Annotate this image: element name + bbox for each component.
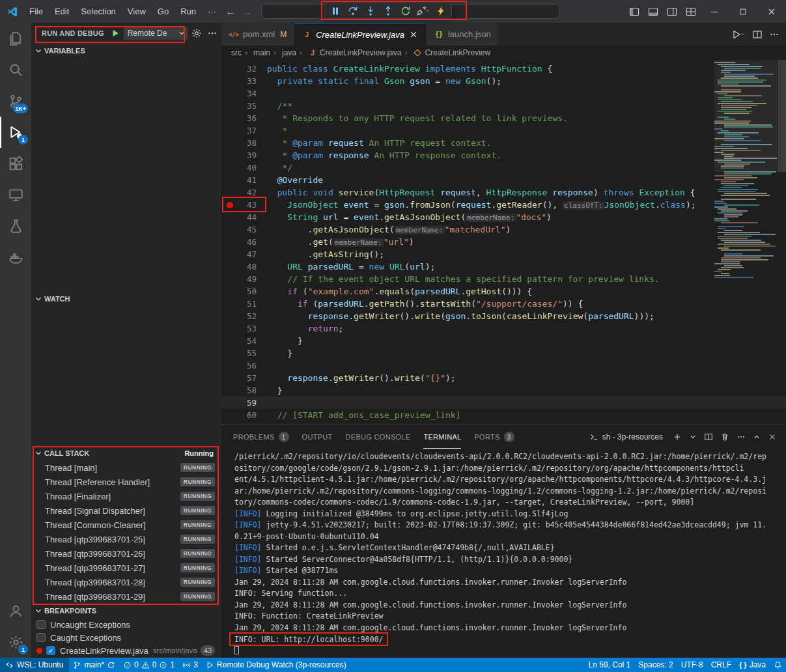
- gutter[interactable]: [221, 310, 240, 322]
- activity-run-and-debug[interactable]: 1: [0, 117, 31, 148]
- hot-code-replace-button[interactable]: [432, 4, 449, 18]
- activity-source-control[interactable]: 1K+: [0, 85, 31, 117]
- gutter[interactable]: [221, 100, 240, 112]
- debug-settings-button[interactable]: [189, 26, 204, 40]
- code-line-54[interactable]: 54 }: [221, 335, 786, 347]
- code-line-49[interactable]: 49 // If the event object URL matches a …: [221, 273, 786, 285]
- call-stack-thread[interactable]: Thread [qtp399683701-28]RUNNING: [31, 575, 221, 589]
- activity-explorer[interactable]: [0, 23, 31, 54]
- split-editor-button[interactable]: [752, 29, 763, 40]
- breakpoint-checkbox[interactable]: [36, 620, 46, 629]
- watch-section-header[interactable]: WATCH: [31, 292, 221, 306]
- panel-more-actions-button[interactable]: [737, 432, 746, 441]
- gutter[interactable]: [221, 63, 240, 75]
- panel-tab-problems[interactable]: PROBLEMS1: [233, 426, 289, 449]
- call-stack-thread[interactable]: Thread [Reference Handler]RUNNING: [31, 475, 221, 489]
- code-line-48[interactable]: 48 URL parsedURL = new URL(url);: [221, 260, 786, 273]
- breakpoint-item[interactable]: Uncaught Exceptions: [31, 618, 221, 631]
- branch-status[interactable]: main*: [69, 658, 119, 672]
- panel-tab-output[interactable]: OUTPUT: [302, 426, 333, 449]
- split-terminal-button[interactable]: [704, 432, 713, 441]
- ports-status[interactable]: 3: [178, 658, 202, 672]
- start-debugging-button[interactable]: [111, 29, 120, 38]
- code-line-40[interactable]: 40 */: [221, 161, 786, 174]
- close-tab-icon[interactable]: [408, 29, 419, 40]
- activity-search[interactable]: [0, 54, 31, 85]
- code-line-38[interactable]: 38 * @param request An HTTP request cont…: [221, 137, 786, 149]
- call-stack-thread[interactable]: Thread [Finalizer]RUNNING: [31, 489, 221, 503]
- code-line-59[interactable]: 59: [221, 397, 786, 409]
- step-out-button[interactable]: [379, 4, 397, 18]
- variables-section-header[interactable]: VARIABLES: [31, 44, 221, 58]
- minimap-slider[interactable]: [714, 60, 777, 172]
- terminal-prompt-line[interactable]: [234, 645, 786, 657]
- code-line-52[interactable]: 52 response.getWriter().write(gson.toJso…: [221, 310, 786, 322]
- menu-view[interactable]: View: [122, 3, 152, 20]
- call-stack-thread[interactable]: Thread [qtp399683701-27]RUNNING: [31, 561, 221, 575]
- code-line-50[interactable]: 50 if ("example.com".equals(parsedURL.ge…: [221, 285, 786, 298]
- breakpoint-item[interactable]: Caught Exceptions: [31, 631, 221, 644]
- step-into-button[interactable]: [361, 4, 379, 18]
- kill-terminal-button[interactable]: [720, 432, 729, 441]
- gutter[interactable]: [221, 409, 240, 421]
- call-stack-section-header[interactable]: CALL STACK Running: [31, 446, 221, 460]
- menu-run[interactable]: Run: [175, 3, 202, 20]
- menu-selection[interactable]: Selection: [75, 3, 121, 20]
- run-java-button[interactable]: [731, 29, 746, 40]
- customize-layout-button[interactable]: [681, 0, 700, 23]
- toggle-panel-button[interactable]: [643, 0, 662, 23]
- panel-tab-debug-console[interactable]: DEBUG CONSOLE: [346, 426, 411, 449]
- breadcrumb-item[interactable]: src: [231, 48, 242, 57]
- cursor-position[interactable]: Ln 59, Col 1: [585, 658, 635, 672]
- code-line-32[interactable]: 32public class CreateLinkPreview impleme…: [221, 63, 786, 75]
- code-line-47[interactable]: 47 .getAsString();: [221, 248, 786, 260]
- views-more-actions-button[interactable]: [205, 26, 219, 40]
- close-panel-button[interactable]: [768, 432, 777, 441]
- gutter[interactable]: [221, 137, 240, 149]
- new-terminal-button[interactable]: [673, 432, 682, 441]
- code-line-51[interactable]: 51 if (parsedURL.getPath().startsWith("/…: [221, 298, 786, 310]
- close-window-button[interactable]: [757, 0, 786, 23]
- activity-testing[interactable]: [0, 210, 31, 242]
- code-line-33[interactable]: 33 private static final Gson gson = new …: [221, 75, 786, 87]
- code-line-35[interactable]: 35 /**: [221, 100, 786, 112]
- debug-session-status[interactable]: Remote Debug Watch (3p-resources): [202, 658, 350, 672]
- encoding-status[interactable]: UTF-8: [677, 658, 707, 672]
- gutter[interactable]: [221, 124, 240, 137]
- breadcrumb-item[interactable]: java: [270, 48, 296, 57]
- gutter[interactable]: [221, 397, 240, 409]
- code-line-53[interactable]: 53 return;: [221, 322, 786, 335]
- tab-pom.xml[interactable]: </>pom.xmlM: [221, 23, 294, 46]
- breakpoint-item[interactable]: ✓CreateLinkPreview.javasrc/main/java43: [31, 644, 221, 657]
- gutter[interactable]: [221, 236, 240, 248]
- gutter[interactable]: [221, 223, 240, 236]
- editor-scrollbar[interactable]: [778, 60, 786, 172]
- terminal-output[interactable]: /pierrick/.m2/repository/io/cloudevents/…: [221, 449, 786, 658]
- menu-more[interactable]: ···: [202, 3, 222, 20]
- call-stack-thread[interactable]: Thread [main]RUNNING: [31, 460, 221, 475]
- gutter[interactable]: [221, 335, 240, 347]
- debug-config-select[interactable]: Remote De: [123, 27, 188, 40]
- problems-status[interactable]: 0 0 1: [119, 658, 178, 672]
- gutter[interactable]: [221, 199, 240, 211]
- call-stack-thread[interactable]: Thread [qtp399683701-25]RUNNING: [31, 532, 221, 546]
- maximize-button[interactable]: [729, 0, 757, 23]
- gutter[interactable]: [221, 186, 240, 199]
- menu-file[interactable]: File: [23, 3, 49, 20]
- forward-button[interactable]: →: [239, 6, 256, 17]
- gutter[interactable]: [221, 174, 240, 186]
- gutter[interactable]: [221, 149, 240, 161]
- code-line-46[interactable]: 46 .get(memberName:"url"): [221, 236, 786, 248]
- gutter[interactable]: [221, 359, 240, 372]
- breadcrumb-item[interactable]: CreateLinkPreview: [401, 48, 490, 57]
- menu-go[interactable]: Go: [152, 3, 175, 20]
- breakpoints-section-header[interactable]: BREAKPOINTS: [31, 604, 221, 618]
- call-stack-thread[interactable]: Thread [qtp399683701-29]RUNNING: [31, 589, 221, 604]
- step-over-button[interactable]: [344, 4, 361, 18]
- toggle-sidebar-button[interactable]: [625, 0, 643, 23]
- gutter[interactable]: [221, 322, 240, 335]
- gutter[interactable]: [221, 75, 240, 87]
- minimize-button[interactable]: [700, 0, 729, 23]
- language-status[interactable]: { } Java: [735, 658, 770, 672]
- back-button[interactable]: ←: [222, 6, 239, 17]
